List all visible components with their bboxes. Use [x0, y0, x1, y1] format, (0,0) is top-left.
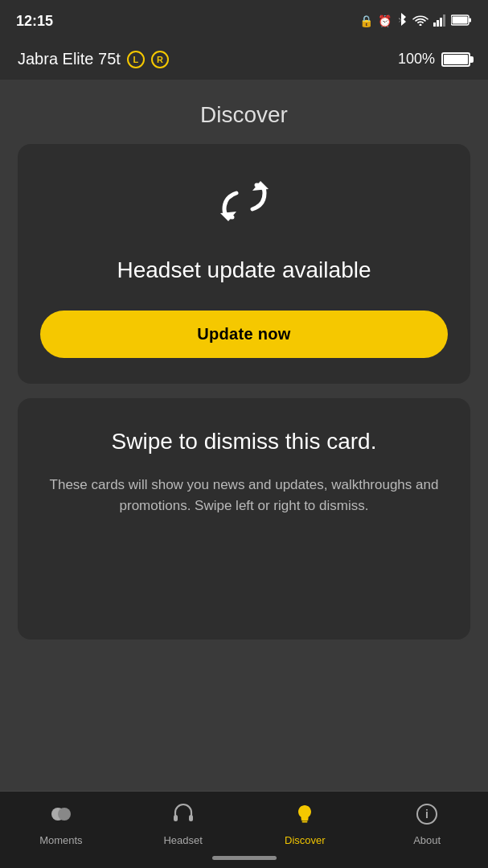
- about-icon: i: [414, 801, 440, 830]
- dismiss-card-description: These cards will show you news and updat…: [40, 475, 448, 517]
- update-card: Headset update available Update now: [18, 144, 470, 384]
- signal-icon: [433, 14, 446, 29]
- wifi-icon: [412, 14, 429, 28]
- nav-row: Moments Headset: [0, 791, 488, 851]
- device-name: Jabra Elite 75t L R: [18, 50, 169, 68]
- battery-percent: 100%: [398, 51, 435, 68]
- svg-rect-13: [189, 815, 193, 821]
- nav-item-moments[interactable]: Moments: [33, 801, 89, 846]
- discover-icon: [292, 801, 318, 830]
- bottom-navigation: Moments Headset: [0, 791, 488, 868]
- lock-icon: 🔒: [359, 14, 373, 27]
- device-header: Jabra Elite 75t L R 100%: [0, 39, 488, 80]
- status-bar: 12:15 🔒 ⏰: [0, 0, 488, 39]
- nav-item-headset[interactable]: Headset: [155, 801, 211, 846]
- dismiss-card: Swipe to dismiss this card. These cards …: [18, 398, 470, 640]
- headset-icon: [170, 801, 196, 830]
- nav-item-discover[interactable]: Discover: [277, 801, 333, 846]
- svg-point-11: [58, 808, 71, 821]
- svg-text:i: i: [425, 808, 429, 821]
- bluetooth-icon: [396, 13, 408, 30]
- battery-info: 100%: [398, 51, 470, 68]
- svg-rect-3: [440, 18, 442, 27]
- update-now-button[interactable]: Update now: [40, 311, 448, 358]
- svg-rect-14: [301, 819, 309, 821]
- headset-label: Headset: [163, 834, 202, 846]
- refresh-icon: [216, 173, 273, 240]
- status-icons: 🔒 ⏰: [359, 13, 472, 30]
- moments-icon: [48, 801, 74, 830]
- main-content: Headset update available Update now Swip…: [0, 144, 488, 670]
- nav-item-about[interactable]: i About: [399, 801, 455, 846]
- update-card-title: Headset update available: [117, 256, 371, 285]
- moments-label: Moments: [39, 834, 82, 846]
- dismiss-card-title: Swipe to dismiss this card.: [112, 427, 377, 456]
- svg-rect-6: [453, 16, 468, 23]
- svg-rect-1: [433, 23, 436, 27]
- svg-rect-4: [443, 14, 445, 27]
- right-badge: R: [151, 51, 169, 68]
- battery-status-icon: [451, 14, 472, 28]
- battery-icon: [441, 52, 470, 67]
- about-label: About: [413, 834, 441, 846]
- discover-label: Discover: [285, 834, 326, 846]
- svg-rect-7: [469, 18, 471, 22]
- page-title: Discover: [0, 80, 488, 144]
- svg-rect-15: [302, 821, 308, 823]
- alarm-icon: ⏰: [378, 14, 392, 27]
- svg-rect-12: [174, 815, 178, 821]
- svg-point-0: [420, 23, 422, 26]
- svg-rect-2: [437, 20, 439, 27]
- home-indicator-pill: [212, 856, 277, 860]
- home-indicator: [0, 851, 488, 868]
- left-badge: L: [127, 51, 145, 68]
- status-time: 12:15: [16, 13, 53, 30]
